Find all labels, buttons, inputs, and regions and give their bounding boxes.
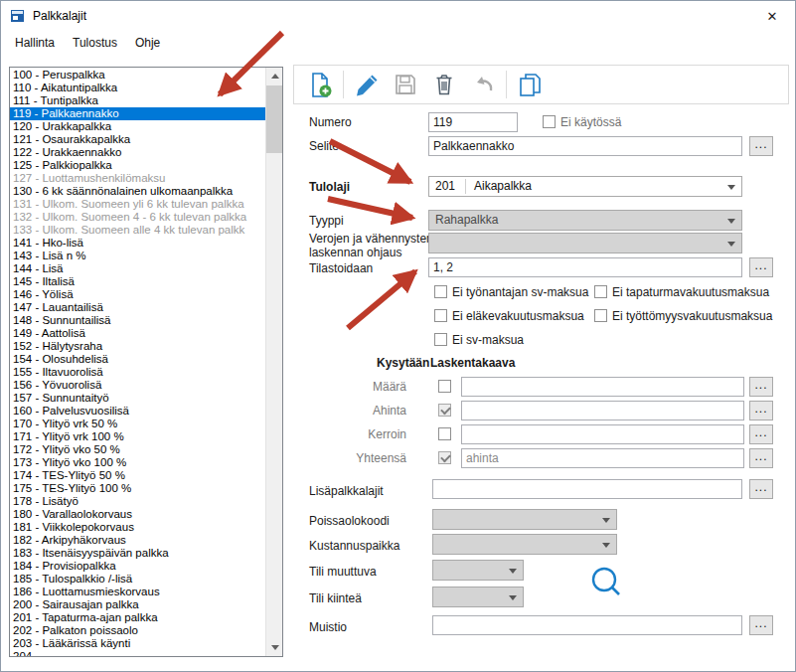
kustannuspaikka-label: Kustannuspaikka — [309, 536, 399, 556]
search-icon[interactable] — [588, 565, 624, 600]
list-item[interactable]: 143 - Lisä n % — [10, 250, 265, 262]
yhteensa-kaava-input[interactable] — [461, 448, 744, 468]
list-item[interactable]: 155 - Iltavuorolisä — [10, 366, 265, 379]
menu-ohje[interactable]: Ohje — [126, 33, 169, 53]
ahinta-browse-button[interactable]: ... — [749, 401, 773, 420]
list-item[interactable]: 160 - Palvelusvuosilisä — [10, 405, 265, 418]
list-item[interactable]: 200 - Sairausajan palkka — [10, 598, 265, 611]
list-item[interactable]: 157 - Sunnuntaityö — [10, 392, 265, 405]
list-item[interactable]: 182 - Arkipyhäkorvaus — [10, 534, 265, 547]
selite-input[interactable] — [428, 136, 742, 156]
list-item[interactable]: 184 - Provisiopalkka — [10, 560, 265, 573]
list-item[interactable]: 144 - Lisä — [10, 262, 265, 275]
list-item[interactable]: 154 - Olosuhdelisä — [10, 353, 265, 366]
edit-button[interactable] — [351, 69, 383, 100]
selite-label: Selite — [309, 136, 339, 156]
close-button[interactable]: ✕ — [749, 1, 795, 31]
lisapalkkalajit-input[interactable] — [432, 479, 742, 499]
list-item[interactable]: 203 - Lääkärissä käynti — [10, 637, 265, 650]
verojen-ohjaus-select[interactable] — [428, 233, 742, 253]
list-item[interactable]: 152 - Hälytysraha — [10, 340, 265, 353]
undo-button[interactable] — [467, 69, 499, 100]
list-item[interactable]: 148 - Sunnuntailisä — [10, 314, 265, 327]
save-button[interactable] — [390, 69, 421, 100]
maara-browse-button[interactable]: ... — [749, 377, 773, 397]
tili-kiintea-select[interactable] — [432, 587, 524, 607]
tili-muuttuva-label: Tili muuttuva — [309, 562, 377, 582]
copy-button[interactable] — [514, 69, 546, 100]
list-item[interactable]: 127 - Luottamushenkilömaksu — [10, 172, 265, 185]
list-item[interactable]: 174 - TES-Ylityö 50 % — [10, 469, 265, 482]
new-record-button[interactable] — [304, 69, 336, 100]
list-item[interactable]: 175 - TES-Ylityö 100 % — [10, 482, 265, 495]
list-item[interactable]: 100 - Peruspalkka — [10, 69, 265, 82]
ei-tyottomyysvakuutus-checkbox[interactable] — [594, 309, 607, 322]
maara-kaava-input[interactable] — [461, 377, 744, 397]
ei-tapaturmavakuutus-checkbox[interactable] — [594, 285, 607, 298]
window-title: Palkkalajit — [33, 9, 86, 23]
ei-sv-maksua-checkbox[interactable] — [434, 333, 447, 346]
list-item[interactable]: 119 - Palkkaennakko — [10, 107, 265, 120]
list-item[interactable]: 131 - Ulkom. Suomeen yli 6 kk tulevan pa… — [10, 198, 265, 211]
list-item[interactable]: 181 - Viikkolepokorvaus — [10, 521, 265, 534]
list-item[interactable]: 172 - Ylityö vko 50 % — [10, 443, 265, 456]
list-item[interactable]: 171 - Ylityö vrk 100 % — [10, 430, 265, 443]
muistio-browse-button[interactable]: ... — [749, 615, 773, 635]
menu-tulostus[interactable]: Tulostus — [64, 33, 126, 53]
list-item[interactable]: 121 - Osaurakkapalkka — [10, 133, 265, 146]
list-item[interactable]: 156 - Yövuorolisä — [10, 379, 265, 392]
kerroin-browse-button[interactable]: ... — [749, 424, 773, 444]
list-scrollbar[interactable] — [265, 68, 282, 656]
list-item[interactable]: 178 - Lisätyö — [10, 495, 265, 508]
list-item[interactable]: 141 - Hko-lisä — [10, 237, 265, 250]
list-item[interactable]: 201 - Tapaturma-ajan palkka — [10, 611, 265, 624]
poissaolokoodi-select[interactable] — [432, 509, 617, 530]
ahinta-kysytaan-checkbox[interactable] — [438, 404, 451, 417]
tilastoidaan-input[interactable] — [428, 257, 742, 277]
maara-kysytaan-checkbox[interactable] — [438, 380, 451, 393]
muistio-label: Muistio — [309, 617, 347, 637]
list-item[interactable]: 132 - Ulkom. Suomeen 4 - 6 kk tulevan pa… — [10, 211, 265, 224]
scroll-up-icon[interactable] — [266, 68, 283, 84]
list-item[interactable]: 125 - Palkkiopalkka — [10, 159, 265, 172]
list-item[interactable]: 122 - Urakkaennakko — [10, 146, 265, 159]
muistio-input[interactable] — [432, 615, 742, 635]
list-item[interactable]: 120 - Urakkapalkka — [10, 120, 265, 133]
yhteensa-kysytaan-checkbox[interactable] — [438, 451, 451, 464]
numero-input[interactable] — [428, 112, 518, 132]
list-item[interactable]: 145 - Iltalisä — [10, 275, 265, 288]
ei-elakevakuutus-checkbox[interactable] — [434, 309, 447, 322]
menu-hallinta[interactable]: Hallinta — [6, 33, 64, 53]
list-item[interactable]: 180 - Varallaolokorvaus — [10, 508, 265, 521]
tili-muuttuva-select[interactable] — [432, 560, 524, 581]
scrollbar-thumb[interactable] — [266, 85, 283, 153]
yhteensa-browse-button[interactable]: ... — [749, 448, 773, 468]
ei-kaytossa-checkbox[interactable] — [543, 115, 556, 128]
list-item[interactable]: 186 - Luottamusmieskorvaus — [10, 586, 265, 598]
list-item[interactable]: 183 - Itsenäisyyspäivän palkka — [10, 547, 265, 560]
list-item[interactable]: 130 - 6 kk säännönalainen ulkomaanpalkka — [10, 185, 265, 198]
list-item[interactable]: 202 - Palkaton poissaolo — [10, 624, 265, 637]
lisapalkkalajit-browse-button[interactable]: ... — [749, 479, 773, 499]
list-item[interactable]: 133 - Ulkom. Suomeen alle 4 kk tulevan p… — [10, 224, 265, 237]
list-item[interactable]: 147 - Lauantailisä — [10, 301, 265, 314]
tyyppi-select[interactable]: Rahapalkka — [428, 210, 742, 231]
kustannuspaikka-select[interactable] — [432, 534, 617, 555]
list-item[interactable]: 149 - Aattolisä — [10, 327, 265, 340]
kerroin-kysytaan-checkbox[interactable] — [438, 427, 451, 440]
selite-browse-button[interactable]: ... — [749, 136, 773, 156]
list-item[interactable]: 185 - Tulospalkkio /-lisä — [10, 573, 265, 586]
delete-button[interactable] — [428, 69, 460, 100]
list-item[interactable]: 111 - Tuntipalkka — [10, 94, 265, 107]
tilastoidaan-browse-button[interactable]: ... — [749, 257, 773, 277]
list-item[interactable]: 110 - Aikatuntipalkka — [10, 82, 265, 94]
list-item[interactable]: 204 - — [10, 650, 265, 656]
scroll-down-icon[interactable] — [266, 639, 283, 656]
list-item[interactable]: 173 - Ylityö vko 100 % — [10, 456, 265, 469]
list-item[interactable]: 146 - Yölisä — [10, 288, 265, 301]
tulolaji-select[interactable]: 201Aikapalkka — [428, 176, 742, 197]
ei-tyonantajan-sv-checkbox[interactable] — [434, 285, 447, 298]
list-item[interactable]: 170 - Ylityö vrk 50 % — [10, 418, 265, 430]
kerroin-kaava-input[interactable] — [461, 424, 744, 444]
ahinta-kaava-input[interactable] — [461, 401, 744, 420]
